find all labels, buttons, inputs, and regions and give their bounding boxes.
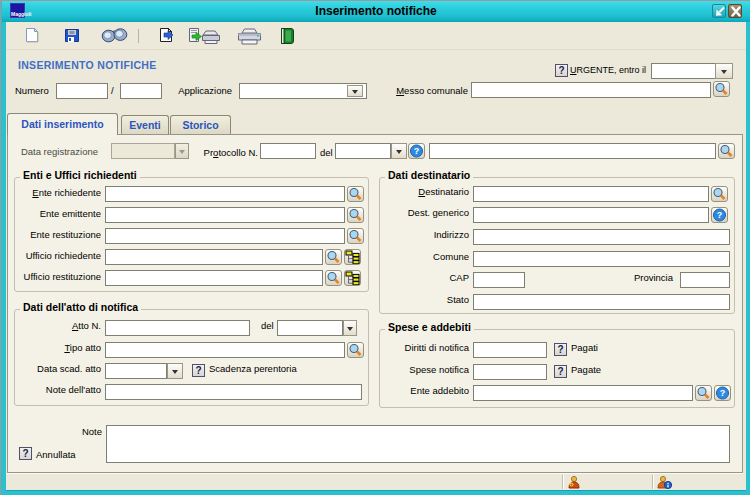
svg-text:?: ? <box>717 210 723 220</box>
svg-text:?: ? <box>414 146 420 156</box>
svg-text:?: ? <box>720 388 726 398</box>
